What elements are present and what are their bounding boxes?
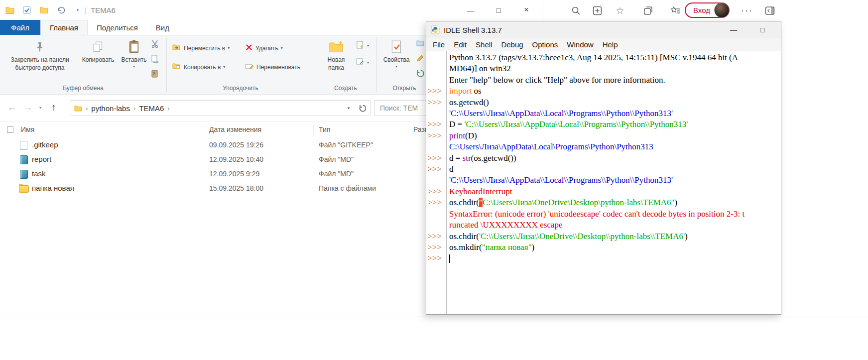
new-folder-button[interactable]: Новая папка bbox=[319, 36, 354, 71]
easy-access-dropdown-icon: ▾ bbox=[367, 60, 369, 65]
cut-button[interactable] bbox=[150, 39, 159, 50]
ribbon-divider bbox=[376, 38, 377, 92]
breadcrumb-item-python-labs[interactable]: python-labs bbox=[91, 104, 130, 113]
column-header-name[interactable]: Имя bbox=[18, 124, 204, 134]
idle-menu-item[interactable]: Help bbox=[598, 38, 622, 51]
shell-prompt: >>> bbox=[426, 253, 446, 264]
idle-maximize-button[interactable]: □ bbox=[754, 21, 771, 38]
paste-button[interactable]: Вставить ▾ bbox=[119, 36, 149, 69]
idle-menu-item[interactable]: Window bbox=[562, 38, 598, 51]
idle-menu-item[interactable]: Shell bbox=[471, 38, 496, 51]
column-header-type[interactable]: Тип bbox=[314, 124, 408, 134]
recent-locations-dropdown[interactable]: ▾ bbox=[36, 101, 45, 115]
shell-line: 'C:\\Users\\Лиза\\AppData\\Local\\Progra… bbox=[426, 175, 781, 186]
favorites-star-icon[interactable]: ☆ bbox=[614, 4, 626, 17]
explorer-maximize-button[interactable]: □ bbox=[487, 0, 510, 20]
new-item-button[interactable]: ▾ bbox=[356, 40, 369, 51]
search-icon[interactable] bbox=[569, 4, 582, 17]
delete-icon bbox=[245, 43, 253, 53]
ribbon-divider bbox=[315, 38, 315, 92]
settings-menu-icon[interactable]: ··· bbox=[741, 4, 753, 17]
delete-dropdown-icon: ▾ bbox=[281, 46, 283, 50]
explorer-window-title: TEMA6 bbox=[91, 6, 116, 14]
idle-minimize-button[interactable]: — bbox=[725, 21, 742, 38]
ribbon-tab[interactable]: Поделиться bbox=[88, 20, 147, 35]
idle-menu-item[interactable]: File bbox=[428, 38, 449, 51]
copy-to-button[interactable]: Копировать в ▾ bbox=[172, 62, 225, 72]
rename-button[interactable]: Переименовать bbox=[245, 62, 300, 72]
copy-to-icon bbox=[172, 62, 181, 72]
qat-undo-icon[interactable] bbox=[56, 5, 66, 15]
breadcrumb-chevron: › bbox=[167, 105, 169, 112]
copy-path-button[interactable] bbox=[150, 54, 159, 65]
text-cursor bbox=[449, 254, 450, 263]
shell-prompt: >>> bbox=[426, 197, 446, 208]
shell-prompt: >>> bbox=[426, 186, 446, 197]
qat-new-folder-icon[interactable] bbox=[39, 5, 49, 15]
history-icon bbox=[416, 69, 425, 79]
shell-prompt: >>> bbox=[426, 242, 446, 253]
breadcrumb-chevron: › bbox=[133, 105, 135, 112]
new-folder-icon bbox=[329, 38, 344, 55]
shell-line: 'C:\\Users\\Лиза\\AppData\\Local\\Progra… bbox=[426, 108, 781, 119]
prompt-gutter-separator bbox=[446, 51, 447, 314]
titlebar-separator: | bbox=[85, 6, 87, 14]
explorer-titlebar: ▾ | TEMA6 — □ × bbox=[0, 0, 543, 20]
shell-prompt bbox=[426, 175, 446, 186]
new-item-dropdown-icon: ▾ bbox=[367, 43, 369, 48]
new-item-icon bbox=[356, 40, 365, 51]
forward-button[interactable]: → bbox=[21, 101, 35, 115]
idle-shell-textarea[interactable]: Python 3.13.7 (tags/v3.13.7:bcee1c3, Aug… bbox=[426, 51, 781, 314]
idle-menu-item[interactable]: Options bbox=[528, 38, 563, 51]
scissors-icon bbox=[150, 39, 159, 50]
idle-menu-item[interactable]: Edit bbox=[449, 38, 471, 51]
properties-button[interactable]: Свойства ▾ bbox=[379, 36, 413, 69]
refresh-button[interactable] bbox=[355, 101, 370, 116]
group-label-open: Открыть bbox=[376, 85, 432, 92]
edit-button[interactable] bbox=[416, 54, 424, 64]
shell-line: >>>os.chdir('C:\\Users\\Лиза\\OneDrive\\… bbox=[426, 231, 781, 242]
edge-toolbar: ☆ Вход ··· bbox=[543, 0, 868, 20]
properties-dropdown-icon: ▾ bbox=[395, 64, 397, 69]
move-to-button[interactable]: Переместить в ▾ bbox=[172, 43, 230, 53]
move-to-dropdown-icon: ▾ bbox=[228, 46, 230, 50]
back-button[interactable]: ← bbox=[5, 101, 19, 115]
explorer-close-button[interactable]: × bbox=[515, 0, 538, 20]
paste-shortcut-button[interactable] bbox=[150, 69, 159, 80]
collections-icon[interactable] bbox=[641, 4, 654, 17]
qat-customize-dropdown-icon[interactable]: ▾ bbox=[73, 5, 83, 15]
history-button[interactable] bbox=[416, 69, 425, 79]
easy-access-button[interactable]: ▾ bbox=[356, 57, 369, 68]
copy-path-icon bbox=[150, 54, 159, 65]
ribbon-divider bbox=[166, 38, 167, 92]
file-date: 15.09.2025 18:00 bbox=[204, 184, 314, 192]
shell-line: C:\Users\Лиза\AppData\Local\Programs\Pyt… bbox=[426, 141, 781, 152]
ribbon-tab[interactable]: Главная bbox=[40, 20, 88, 35]
idle-menu-item[interactable]: Debug bbox=[496, 38, 527, 51]
breadcrumb-item-tema6[interactable]: TEMA6 bbox=[139, 104, 164, 113]
explorer-minimize-button[interactable]: — bbox=[459, 0, 482, 20]
select-all-checkbox[interactable] bbox=[0, 124, 18, 134]
open-button[interactable] bbox=[416, 39, 425, 49]
shell-line: >>>os.mkdir("папка новая") bbox=[426, 242, 781, 253]
qat-properties-icon[interactable] bbox=[22, 5, 32, 15]
sidebar-toggle-icon[interactable] bbox=[763, 4, 776, 17]
delete-button[interactable]: Удалить ▾ bbox=[245, 43, 283, 53]
ribbon-tab[interactable]: Файл bbox=[0, 20, 40, 35]
signin-button[interactable]: Вход bbox=[685, 2, 730, 18]
shell-prompt bbox=[426, 52, 446, 63]
pin-to-quick-access-button[interactable]: Закрепить на панели быстрого доступа bbox=[3, 36, 77, 71]
shell-line: Enter "help" below or click "Help" above… bbox=[426, 75, 781, 86]
up-button[interactable]: ↑ bbox=[47, 101, 61, 115]
group-label-new: Создать bbox=[315, 85, 376, 92]
ribbon-tab[interactable]: Вид bbox=[147, 20, 178, 35]
column-header-date[interactable]: Дата изменения bbox=[204, 124, 314, 134]
favorites-list-icon[interactable] bbox=[669, 4, 682, 17]
group-label-organize: Упорядочить bbox=[166, 85, 315, 92]
copy-button[interactable]: Копировать bbox=[79, 36, 118, 63]
file-name: .gitkeep bbox=[32, 140, 58, 149]
signin-label: Вход bbox=[693, 6, 710, 14]
address-bar[interactable]: › python-labs › TEMA6 › ▾ bbox=[70, 100, 371, 116]
address-dropdown-button[interactable]: ▾ bbox=[342, 106, 355, 111]
apps-grid-icon[interactable] bbox=[591, 4, 604, 17]
